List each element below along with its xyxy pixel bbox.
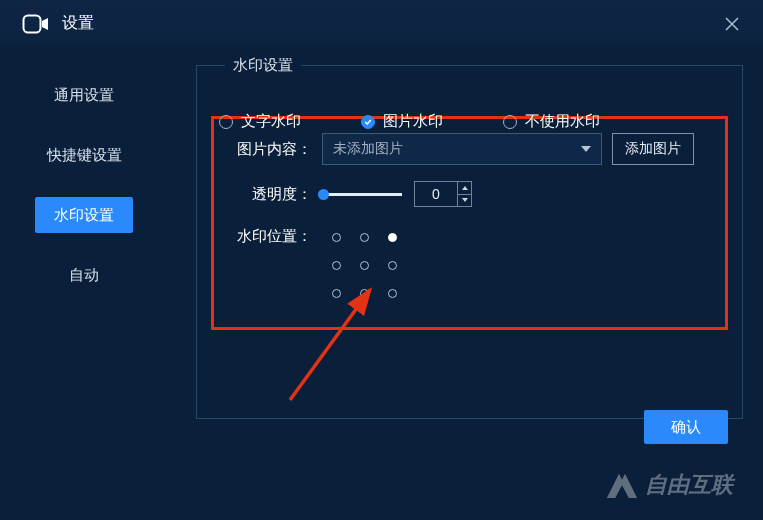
camera-icon [22, 14, 50, 34]
highlighted-region: 图片内容： 未添加图片 添加图片 透明度： [211, 116, 728, 330]
svg-rect-0 [24, 15, 41, 32]
sidebar-item-general[interactable]: 通用设置 [35, 77, 133, 113]
pos-top-left[interactable] [332, 233, 341, 242]
stepper-down[interactable] [458, 195, 471, 207]
watermark-type-radios: 文字水印 图片水印 不使用水印 [211, 112, 600, 131]
titlebar: 设置 [0, 0, 763, 47]
pos-mid-right[interactable] [388, 261, 397, 270]
radio-text-watermark[interactable]: 文字水印 [219, 112, 301, 131]
panel-legend: 水印设置 [225, 56, 301, 75]
radio-label: 图片水印 [383, 112, 443, 131]
radio-image-watermark[interactable]: 图片水印 [361, 112, 443, 131]
pos-mid-center[interactable] [360, 261, 369, 270]
pos-bot-center[interactable] [360, 289, 369, 298]
sidebar-item-label: 快捷键设置 [47, 146, 122, 165]
pos-bot-left[interactable] [332, 289, 341, 298]
image-dropdown[interactable]: 未添加图片 [322, 133, 602, 165]
button-label: 确认 [671, 418, 701, 437]
sidebar: 通用设置 快捷键设置 水印设置 自动 [0, 47, 168, 419]
opacity-row: 透明度： 0 [226, 181, 713, 207]
pos-mid-left[interactable] [332, 261, 341, 270]
image-content-row: 图片内容： 未添加图片 添加图片 [226, 133, 713, 165]
pos-bot-right[interactable] [388, 289, 397, 298]
position-grid [322, 223, 406, 307]
opacity-value: 0 [415, 182, 457, 206]
pos-top-right[interactable] [388, 233, 397, 242]
stepper-up[interactable] [458, 182, 471, 195]
chevron-down-icon [581, 146, 591, 152]
brand-watermark: 自由互联 [605, 470, 733, 500]
watermark-panel: 水印设置 文字水印 图片水印 不使用水印 [196, 65, 743, 419]
sidebar-item-hotkey[interactable]: 快捷键设置 [35, 137, 133, 173]
image-content-label: 图片内容： [226, 140, 312, 159]
slider-thumb[interactable] [318, 189, 329, 200]
radio-label: 文字水印 [241, 112, 301, 131]
position-label: 水印位置： [226, 223, 312, 246]
position-row: 水印位置： [226, 223, 713, 307]
sidebar-item-watermark[interactable]: 水印设置 [35, 197, 133, 233]
dropdown-value: 未添加图片 [333, 140, 403, 158]
confirm-button[interactable]: 确认 [644, 410, 728, 444]
add-image-button[interactable]: 添加图片 [612, 133, 694, 165]
radio-no-watermark[interactable]: 不使用水印 [503, 112, 600, 131]
sidebar-item-label: 自动 [69, 266, 99, 285]
brand-text: 自由互联 [645, 470, 733, 500]
opacity-label: 透明度： [226, 185, 312, 204]
close-button[interactable] [723, 15, 741, 33]
pos-top-center[interactable] [360, 233, 369, 242]
opacity-slider[interactable] [322, 193, 402, 196]
radio-label: 不使用水印 [525, 112, 600, 131]
window-title: 设置 [62, 13, 94, 34]
sidebar-item-label: 水印设置 [54, 206, 114, 225]
button-label: 添加图片 [625, 140, 681, 158]
opacity-number-field[interactable]: 0 [414, 181, 472, 207]
sidebar-item-auto[interactable]: 自动 [35, 257, 133, 293]
radio-icon [219, 115, 233, 129]
sidebar-item-label: 通用设置 [54, 86, 114, 105]
radio-icon [503, 115, 517, 129]
radio-icon [361, 115, 375, 129]
